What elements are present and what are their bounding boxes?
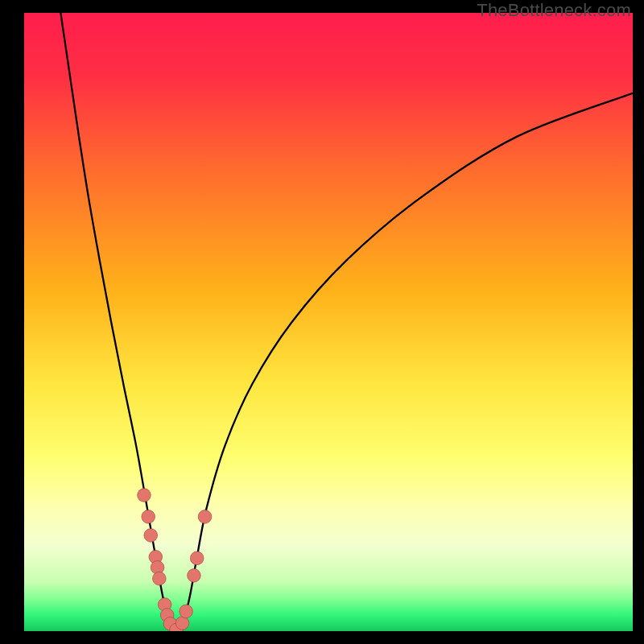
gradient-background bbox=[24, 13, 633, 631]
data-marker bbox=[142, 510, 155, 524]
data-marker bbox=[190, 551, 204, 565]
data-marker bbox=[188, 569, 201, 583]
data-marker bbox=[153, 572, 167, 585]
watermark-text: TheBottleneck.com bbox=[477, 0, 631, 21]
plot-area bbox=[24, 13, 633, 631]
data-marker bbox=[175, 617, 189, 630]
data-marker bbox=[138, 489, 151, 502]
data-marker bbox=[198, 510, 212, 524]
chart-frame: TheBottleneck.com bbox=[0, 0, 644, 644]
data-marker bbox=[144, 529, 158, 543]
data-marker bbox=[180, 605, 193, 618]
chart-svg bbox=[24, 13, 633, 631]
